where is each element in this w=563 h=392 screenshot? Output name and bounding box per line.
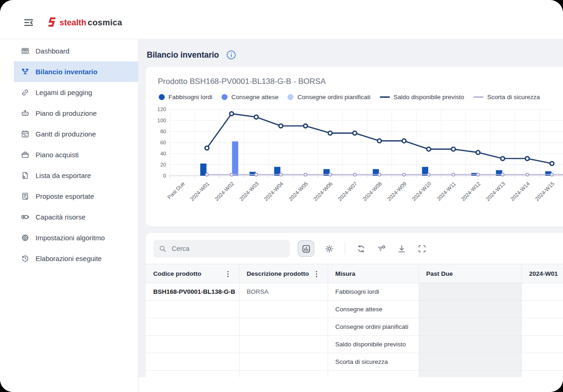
table-cell[interactable]: Consegne attese [328,301,419,318]
column-header-codice-prodotto[interactable]: Codice prodotto⋮ [146,264,239,283]
svg-text:Past Due: Past Due [166,181,186,200]
sidebar-item-label: Elaborazioni eseguite [36,255,102,262]
table-cell[interactable] [146,336,239,353]
search-input[interactable] [171,244,284,253]
table-cell[interactable] [239,301,328,318]
legend-label: Consegne ordini pianificati [297,94,370,101]
table-cell[interactable] [328,371,419,378]
sidebar-item-elaborazioni-eseguite[interactable]: Elaborazioni eseguite [14,248,138,269]
table-toolbar [146,233,563,264]
column-header-descrizione-prodotto[interactable]: Descrizione prodotto⋮ [239,264,328,283]
table-cell[interactable]: Saldo disponibile previsto [328,336,419,353]
sidebar-collapse-icon[interactable] [23,17,34,28]
table-row: Saldo disponibile previsto [146,336,563,353]
table-cell[interactable] [146,301,239,318]
table-row [146,371,563,378]
table-cell[interactable]: Consegne ordini pianificati [328,318,419,336]
app-window: stealth cosmica DashboardBilancio invent… [0,0,563,392]
sidebar-item-label: Piano acquisti [36,151,78,159]
sidebar-item-bilancio-inventario[interactable]: Bilancio inventario [14,61,138,82]
table-cell[interactable] [239,318,328,336]
settings-icon[interactable] [323,243,335,254]
legend-swatch [287,94,293,100]
sidebar-item-piano-di-produzione[interactable]: Piano di produzione [14,103,138,124]
table-cell[interactable]: Scorta di sicurezza [328,353,419,371]
svg-text:2024-W15: 2024-W15 [534,181,555,202]
inventory-chart-card: Prodotto BSH168-PV0001-BL138-G-B - BORSA… [146,67,563,226]
table-cell[interactable] [521,283,563,301]
production-icon [21,109,30,118]
sidebar-item-piano-acquisti[interactable]: Piano acquisti [14,144,138,165]
sidebar-item-label: Legami di pegging [36,89,92,96]
column-chart-icon[interactable] [298,240,314,257]
svg-text:2024-W13: 2024-W13 [485,181,506,202]
table-cell[interactable] [146,353,239,371]
table-cell[interactable] [521,371,563,378]
chart-plot-area: 020406080100120Past Due2024-W012024-W022… [146,103,563,214]
fullscreen-icon[interactable] [416,243,427,254]
table-cell[interactable] [521,336,563,353]
legend-item-consegne-ordini-pianificati[interactable]: Consegne ordini pianificati [287,94,370,101]
toolbar-buttons [298,240,427,257]
table-cell[interactable]: BORSA [239,283,328,301]
chip-icon [21,233,30,242]
history-icon [21,254,30,263]
svg-text:2024-W02: 2024-W02 [214,181,235,202]
table-cell[interactable] [239,371,328,378]
column-menu-icon[interactable]: ⋮ [313,270,320,277]
download-icon[interactable] [396,243,407,254]
brand-logo: stealth cosmica [46,17,122,29]
column-header-misura[interactable]: Misura [328,264,419,283]
column-header-2024-w01[interactable]: 2024-W01 [521,264,563,283]
export-list-icon [21,171,30,180]
sidebar-item-impostazioni-algoritmo[interactable]: Impostazioni algoritmo [14,227,138,248]
table-cell[interactable] [419,371,521,378]
svg-text:100: 100 [157,118,166,123]
clear-filter-icon[interactable] [376,243,387,254]
main-content: Bilancio inventario Prodotto BSH168-PV00… [138,39,563,377]
legend-item-saldo-disponibile-previsto[interactable]: Saldo disponibile previsto [380,94,464,101]
table-row: Consegne attese [146,301,563,318]
table-cell[interactable] [146,318,239,336]
sidebar-item-label: Proposte esportate [36,192,94,200]
table-cell[interactable] [521,353,563,371]
inventory-balance-chart: 020406080100120Past Due2024-W012024-W022… [146,103,563,214]
page-title: Bilancio inventario [147,50,219,60]
refresh-icon[interactable] [355,243,366,254]
table-cell[interactable]: Fabbisogni lordi [328,283,419,301]
stealth-logo-icon [45,17,59,29]
sidebar-item-dashboard[interactable]: Dashboard [14,41,138,61]
sidebar-item-legami-di-pegging[interactable]: Legami di pegging [14,82,138,103]
table-row: Scorta di sicurezza [146,353,563,371]
legend-label: Consegne attese [231,94,278,101]
sidebar-item-lista-da-esportare[interactable]: Lista da esportare [14,165,138,186]
table-cell[interactable] [521,318,563,336]
sidebar-item-capacit-risorse[interactable]: Capacità risorse [14,207,138,227]
svg-text:20: 20 [160,162,166,167]
svg-text:2024-W01: 2024-W01 [189,181,210,202]
table-cell[interactable] [521,301,563,318]
legend-item-fabbisogni-lordi[interactable]: Fabbisogni lordi [159,94,212,101]
sidebar-item-gantt-di-produzione[interactable]: Gantt di produzione [14,124,138,144]
table-cell[interactable] [419,336,521,353]
table-cell[interactable] [419,353,521,371]
table-cell[interactable] [239,336,328,353]
table-cell[interactable] [146,371,239,378]
column-header-past-due[interactable]: Past Due [419,264,521,283]
table-cell[interactable] [419,318,521,336]
legend-swatch [473,96,484,98]
column-menu-icon[interactable]: ⋮ [225,270,232,277]
sidebar-item-proposte-esportate[interactable]: Proposte esportate [14,186,138,207]
legend-item-consegne-attese[interactable]: Consegne attese [222,94,278,101]
table-cell[interactable] [419,301,521,318]
legend-label: Scorta di sicurezza [487,94,540,101]
toolbar-divider [345,243,345,255]
svg-text:2024-W12: 2024-W12 [460,181,481,202]
column-header-label: Misura [335,270,356,277]
sidebar-item-label: Impostazioni algoritmo [36,234,105,242]
legend-item-scorta-di-sicurezza[interactable]: Scorta di sicurezza [473,94,540,101]
table-cell[interactable] [419,283,521,301]
table-cell[interactable] [239,353,328,371]
info-icon[interactable] [226,50,236,60]
table-cell[interactable]: BSH168-PV0001-BL138-G-B [146,283,239,301]
